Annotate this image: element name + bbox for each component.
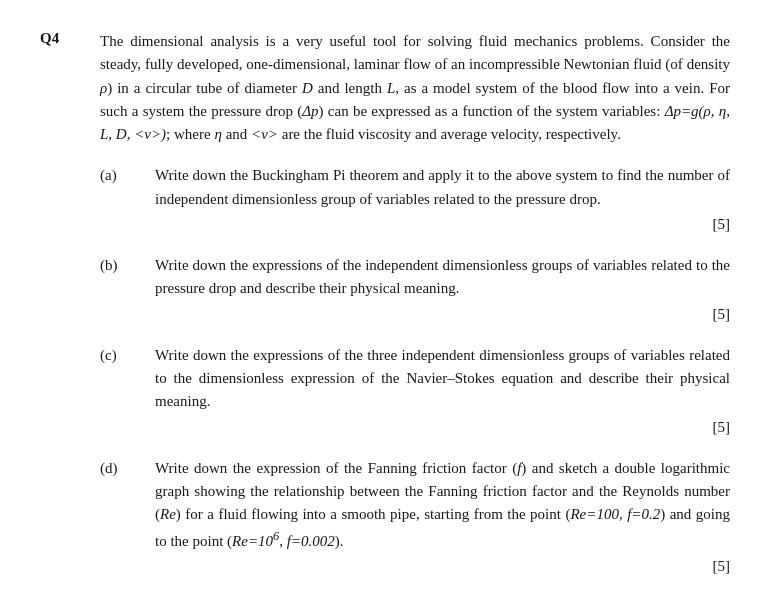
marks-line-c: [5] <box>155 416 730 439</box>
marks-a: [5] <box>713 213 731 236</box>
marks-c: [5] <box>713 416 731 439</box>
eta-var: η <box>214 126 221 142</box>
sub-label-d: (d) <box>100 457 155 578</box>
sub-content-b: Write down the expressions of the indepe… <box>155 254 730 326</box>
sub-content-d: Write down the expression of the Fanning… <box>155 457 730 578</box>
marks-line-a: [5] <box>155 213 730 236</box>
question-intro: The dimensional analysis is a very usefu… <box>100 30 730 146</box>
f-var: f <box>517 460 521 476</box>
sub-content-c: Write down the expressions of the three … <box>155 344 730 439</box>
question-label: Q4 <box>40 30 100 596</box>
sub-text-c: Write down the expressions of the three … <box>155 344 730 414</box>
equation: Δp=g(ρ, η, L, D, <v>) <box>100 103 730 142</box>
end-point: Re=106 <box>232 533 279 549</box>
marks-b: [5] <box>713 303 731 326</box>
sub-label-a: (a) <box>100 164 155 236</box>
D-var: D <box>302 80 313 96</box>
marks-line-d: [5] <box>155 555 730 578</box>
sub-text-d: Write down the expression of the Fanning… <box>155 457 730 553</box>
question-content: The dimensional analysis is a very usefu… <box>100 30 730 596</box>
sub-text-a: Write down the Buckingham Pi theorem and… <box>155 164 730 211</box>
sub-question-c: (c) Write down the expressions of the th… <box>100 344 730 439</box>
question-block: Q4 The dimensional analysis is a very us… <box>40 30 730 596</box>
sub-question-d: (d) Write down the expression of the Fan… <box>100 457 730 578</box>
start-point: Re=100, f=0.2 <box>570 506 660 522</box>
sub-question-b: (b) Write down the expressions of the in… <box>100 254 730 326</box>
rho-symbol: ρ <box>100 80 107 96</box>
delta-p-var: Δp <box>302 103 318 119</box>
v-avg-var: <v> <box>251 126 278 142</box>
sub-text-b: Write down the expressions of the indepe… <box>155 254 730 301</box>
sub-content-a: Write down the Buckingham Pi theorem and… <box>155 164 730 236</box>
marks-line-b: [5] <box>155 303 730 326</box>
L-var: L <box>387 80 395 96</box>
Re-var: Re <box>160 506 176 522</box>
end-f-val: f=0.002 <box>287 533 335 549</box>
sub-questions-container: (a) Write down the Buckingham Pi theorem… <box>100 164 730 578</box>
marks-d: [5] <box>713 555 731 578</box>
sub-label-b: (b) <box>100 254 155 326</box>
sub-label-c: (c) <box>100 344 155 439</box>
sub-question-a: (a) Write down the Buckingham Pi theorem… <box>100 164 730 236</box>
